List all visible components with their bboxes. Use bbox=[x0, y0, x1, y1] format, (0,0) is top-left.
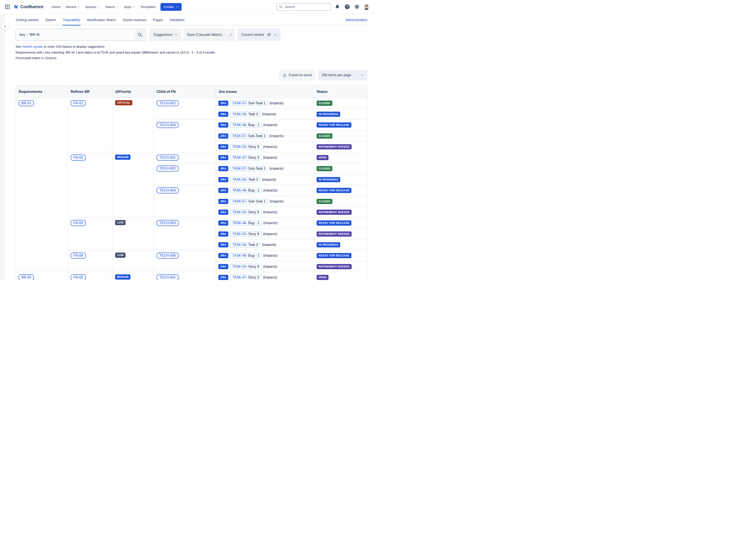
jira-badge: JIRA bbox=[218, 122, 228, 128]
jira-issue-row: JIRATASK-55- Story 9(impacts)REFINEMENT … bbox=[216, 228, 367, 239]
brand-name: Confluence bbox=[20, 4, 43, 9]
user-avatar[interactable] bbox=[363, 4, 370, 10]
jira-issue-summary: - Bug - 1 bbox=[246, 254, 259, 257]
requirement-link[interactable]: FN-02 bbox=[71, 155, 86, 161]
search-syntax-link[interactable]: Search syntax bbox=[22, 45, 43, 48]
jira-issue-link[interactable]: TASK-56- Task 3 bbox=[230, 242, 260, 248]
jira-issue-link[interactable]: TASK-47- Story 3 bbox=[230, 275, 261, 280]
global-search-input[interactable]: Search bbox=[276, 3, 331, 11]
requirement-link[interactable]: TECH-002 bbox=[156, 165, 178, 172]
status-cell: CLOSED bbox=[314, 131, 367, 141]
jira-issue-cell: JIRATASK-55- Story 9(impacts) bbox=[216, 207, 314, 217]
jira-issue-link[interactable]: TASK-57- Sub-Task 1 bbox=[230, 133, 268, 139]
tab-saved-matrixes[interactable]: Saved matrixes bbox=[122, 16, 146, 25]
requirement-link[interactable]: TECH-001 bbox=[156, 274, 178, 280]
jira-issue-link[interactable]: TASK-55- Story 9 bbox=[230, 144, 261, 150]
clear-variant-icon[interactable] bbox=[267, 32, 271, 37]
administration-link[interactable]: Administration bbox=[346, 18, 367, 25]
variant-selector[interactable]: Current variant bbox=[237, 28, 281, 41]
status-cell: IN PROGRESS bbox=[314, 174, 367, 185]
nav-item-recent[interactable]: Recent bbox=[63, 3, 83, 11]
jira-badge: JIRA bbox=[218, 220, 228, 226]
requirement-link[interactable]: BR-02 bbox=[19, 274, 34, 280]
jira-issue-link[interactable]: TASK-47- Story 3 bbox=[230, 155, 261, 160]
jira-issue-key: TASK-56 bbox=[232, 112, 246, 116]
jira-issue-link[interactable]: TASK-55- Story 9 bbox=[230, 264, 261, 269]
jira-issue-link[interactable]: TASK-57- Sub-Task 1 bbox=[230, 100, 268, 106]
tab-pages[interactable]: Pages bbox=[153, 16, 163, 25]
requirement-link[interactable]: TECH-006 bbox=[156, 252, 178, 259]
status-cell: CLOSED bbox=[314, 163, 367, 174]
tab-validation[interactable]: Validation bbox=[169, 16, 185, 25]
nav-item-apps[interactable]: Apps bbox=[121, 3, 138, 11]
confluence-home-link[interactable]: Confluence bbox=[13, 4, 43, 10]
help-icon[interactable]: ? bbox=[344, 4, 350, 10]
priority-badge: LOW bbox=[115, 220, 126, 225]
jira-issue-row: JIRATASK-57- Sub-Task 1(impacts)CLOSED bbox=[216, 98, 367, 109]
jira-issue-cell: JIRATASK-57- Sub-Task 1(impacts) bbox=[216, 131, 314, 141]
expand-sidebar-button[interactable] bbox=[1, 23, 8, 30]
tab-getting-started[interactable]: Getting started bbox=[16, 16, 39, 25]
save-cascade-matrix-button[interactable]: Save (Cascade Matrix) bbox=[183, 28, 226, 41]
impacts-label: (impacts) bbox=[262, 243, 276, 247]
status-badge: READY FOR RELEASE bbox=[317, 253, 351, 258]
status-cell: REFINEMENT NEEDED bbox=[314, 261, 367, 272]
jira-issue-link[interactable]: TASK-56- Task 3 bbox=[230, 177, 260, 182]
nav-item-spaces[interactable]: Spaces bbox=[83, 3, 103, 11]
requirement-link[interactable]: FN-05 bbox=[71, 220, 86, 226]
jira-issue-link[interactable]: TASK-55- Story 9 bbox=[230, 231, 261, 237]
jira-issue-link[interactable]: TASK-55- Story 9 bbox=[230, 209, 261, 215]
status-cell: IN PROGRESS bbox=[314, 109, 367, 119]
settings-gear-icon[interactable] bbox=[354, 4, 360, 10]
requirement-link[interactable]: FN-08 bbox=[71, 252, 86, 259]
tab-modification-matrix[interactable]: Modification Matrix bbox=[87, 16, 116, 25]
jira-issue-cell: JIRATASK-46- Bug - 1(impacts) bbox=[216, 218, 314, 228]
jira-issue-link[interactable]: TASK-57- Sub-Task 1 bbox=[230, 199, 268, 204]
impacts-label: (impacts) bbox=[263, 275, 277, 279]
jira-issue-key: TASK-56 bbox=[232, 178, 246, 182]
tab-search[interactable]: Search bbox=[45, 16, 56, 25]
priority-badge: MEDIUM bbox=[115, 274, 130, 279]
column-header-jira-issues: Jira issues bbox=[216, 86, 314, 97]
jira-issue-link[interactable]: TASK-56- Task 3 bbox=[230, 111, 260, 117]
jira-issue-cell: JIRATASK-46- Bug - 1(impacts) bbox=[216, 185, 314, 196]
jira-issue-link[interactable]: TASK-46- Bug - 1 bbox=[230, 253, 262, 259]
query-input[interactable] bbox=[16, 32, 135, 37]
export-label: Export to excel bbox=[289, 73, 312, 77]
create-button[interactable]: Create bbox=[160, 3, 182, 11]
jira-issue-cell: JIRATASK-57- Sub-Task 1(impacts) bbox=[216, 163, 314, 174]
impacts-label: (impacts) bbox=[263, 265, 277, 269]
status-cell: REFINEMENT NEEDED bbox=[314, 207, 367, 217]
status-cell: READY FOR RELEASE bbox=[314, 218, 367, 228]
chevron-down-icon bbox=[133, 6, 135, 8]
suggestions-button[interactable]: Suggestions bbox=[149, 28, 181, 41]
requirement-link[interactable]: TECH-004 bbox=[156, 122, 178, 128]
requirement-link[interactable]: BR-01 bbox=[19, 100, 34, 106]
jira-issue-link[interactable]: TASK-57- Sub-Task 1 bbox=[230, 166, 268, 172]
export-to-excel-button[interactable]: Export to excel bbox=[279, 70, 316, 81]
run-search-button[interactable] bbox=[135, 30, 145, 40]
jira-issue-key: TASK-56 bbox=[232, 243, 246, 247]
nav-item-label: Home bbox=[51, 5, 61, 9]
requirement-link[interactable]: FN-01 bbox=[71, 100, 86, 106]
tab-traceability[interactable]: Traceability bbox=[63, 16, 81, 25]
requirement-link[interactable]: TECH-004 bbox=[156, 187, 178, 194]
nav-item-templates[interactable]: Templates bbox=[138, 3, 158, 11]
jira-issue-link[interactable]: TASK-46- Bug - 1 bbox=[230, 122, 262, 128]
requirement-link[interactable]: TECH-003 bbox=[156, 220, 178, 226]
jira-issue-cell: JIRATASK-57- Sub-Task 1(impacts) bbox=[216, 196, 314, 207]
jira-issue-link[interactable]: TASK-46- Bug - 1 bbox=[230, 220, 262, 226]
requirement-link[interactable]: TECH-001 bbox=[156, 155, 178, 161]
app-switcher-icon[interactable] bbox=[5, 4, 10, 9]
nav-item-teams[interactable]: Teams bbox=[103, 3, 121, 11]
requirement-link[interactable]: FN-03 bbox=[71, 274, 86, 280]
notifications-bell-icon[interactable] bbox=[334, 4, 341, 10]
tech-group-row: TECH-001JIRATASK-47- Story 3(impacts)OPE… bbox=[154, 272, 367, 280]
jira-issue-summary: - Story 9 bbox=[246, 265, 259, 269]
requirement-link[interactable]: TECH-002 bbox=[156, 100, 178, 106]
chevron-down-icon bbox=[229, 33, 232, 36]
nav-item-home[interactable]: Home bbox=[49, 3, 63, 11]
items-per-page-select[interactable]: 200 items per page bbox=[318, 70, 367, 81]
save-options-button[interactable] bbox=[227, 28, 235, 41]
jira-issue-link[interactable]: TASK-46- Bug - 1 bbox=[230, 187, 262, 193]
